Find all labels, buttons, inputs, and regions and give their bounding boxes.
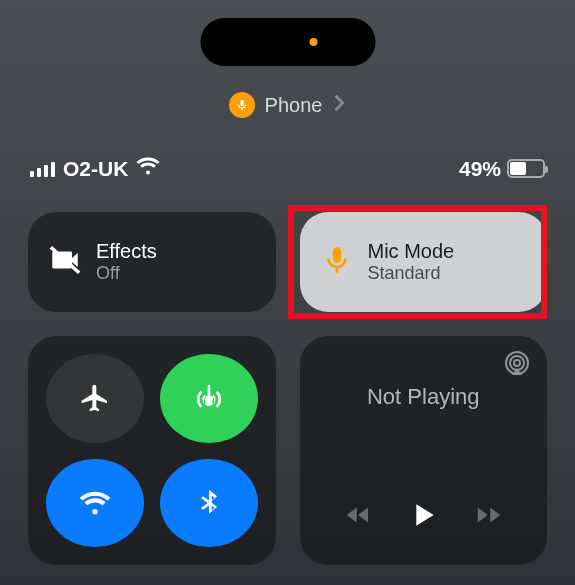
carrier-label: O2-UK [63, 157, 128, 181]
effects-title: Effects [96, 240, 157, 263]
control-center-tiles: Effects Off Mic Mode Standard [28, 212, 547, 565]
battery-icon [507, 159, 545, 178]
forward-button[interactable] [474, 500, 504, 534]
wifi-button[interactable] [46, 459, 144, 548]
svg-point-3 [514, 360, 520, 366]
recording-indicator-dot [309, 38, 317, 46]
dynamic-island[interactable] [200, 18, 375, 66]
mic-mode-subtitle: Standard [368, 263, 455, 284]
chevron-right-icon [332, 94, 346, 117]
effects-tile[interactable]: Effects Off [28, 212, 276, 312]
now-playing-label: Not Playing [320, 384, 528, 410]
mic-mode-title: Mic Mode [368, 240, 455, 263]
status-bar: O2-UK 49% [0, 156, 575, 181]
airplane-mode-button[interactable] [46, 354, 144, 443]
active-app-indicator[interactable]: Phone [229, 92, 347, 118]
cellular-data-button[interactable] [160, 354, 258, 443]
rewind-button[interactable] [343, 500, 373, 534]
active-app-name: Phone [265, 94, 323, 117]
airplay-icon[interactable] [503, 350, 531, 382]
mic-icon [229, 92, 255, 118]
bluetooth-button[interactable] [160, 459, 258, 548]
cellular-signal-icon [30, 161, 55, 177]
svg-point-2 [510, 356, 524, 370]
video-off-icon [48, 243, 82, 281]
play-button[interactable] [407, 497, 439, 537]
mic-mode-tile[interactable]: Mic Mode Standard [300, 212, 548, 312]
battery-percentage: 49% [459, 157, 501, 181]
media-tile[interactable]: Not Playing [300, 336, 548, 565]
mic-icon [320, 243, 354, 281]
effects-subtitle: Off [96, 263, 157, 284]
wifi-icon [136, 156, 160, 181]
connectivity-tile[interactable] [28, 336, 276, 565]
